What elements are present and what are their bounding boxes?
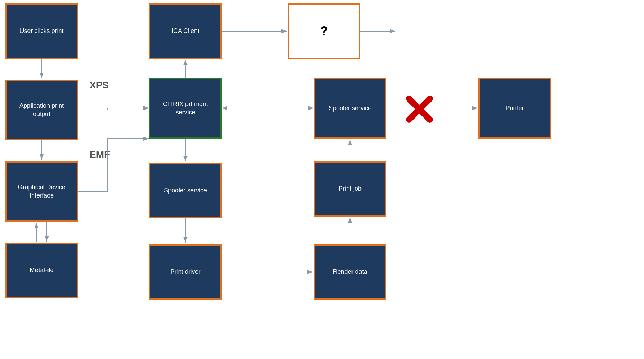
- print-driver-box: Print driver: [149, 244, 222, 300]
- application-print-output-label: Application printoutput: [19, 102, 64, 118]
- citrix-prt-mgnt-box: CITRIX prt mgntservice: [149, 78, 222, 139]
- print-driver-label: Print driver: [170, 268, 200, 276]
- spooler-service-right-label: Spooler service: [329, 104, 372, 112]
- metafile-label: MetaFile: [29, 266, 53, 274]
- spooler-service-right-box: Spooler service: [314, 78, 386, 139]
- user-clicks-print-label: User clicks print: [19, 27, 63, 35]
- spooler-service-mid-box: Spooler service: [149, 163, 222, 218]
- ica-client-label: ICA Client: [172, 27, 199, 35]
- arrow-app-to-citrix: [78, 108, 149, 110]
- arrow-gdi-to-citrix-emf: [78, 139, 149, 191]
- printer-box: Printer: [478, 78, 551, 139]
- spooler-service-mid-label: Spooler service: [164, 186, 207, 194]
- x-mark-icon: [406, 95, 433, 123]
- question-mark-box: ?: [288, 3, 360, 59]
- print-job-label: Print job: [339, 185, 362, 193]
- graphical-device-interface-box: Graphical DeviceInterface: [5, 161, 78, 222]
- application-print-output-box: Application printoutput: [5, 80, 78, 140]
- render-data-label: Render data: [333, 268, 367, 276]
- ica-client-box: ICA Client: [149, 3, 222, 59]
- emf-label: EMF: [89, 149, 110, 160]
- x-mark: [402, 88, 437, 130]
- print-job-box: Print job: [314, 161, 386, 217]
- question-mark-label: ?: [320, 23, 328, 40]
- user-clicks-print-box: User clicks print: [5, 3, 78, 59]
- printer-label: Printer: [505, 104, 524, 112]
- xps-label: XPS: [89, 80, 109, 91]
- graphical-device-interface-label: Graphical DeviceInterface: [18, 183, 65, 200]
- diagram-container: User clicks print Application printoutpu…: [0, 0, 644, 359]
- citrix-prt-mgnt-label: CITRIX prt mgntservice: [163, 100, 208, 116]
- metafile-box: MetaFile: [5, 243, 78, 298]
- render-data-box: Render data: [314, 244, 386, 300]
